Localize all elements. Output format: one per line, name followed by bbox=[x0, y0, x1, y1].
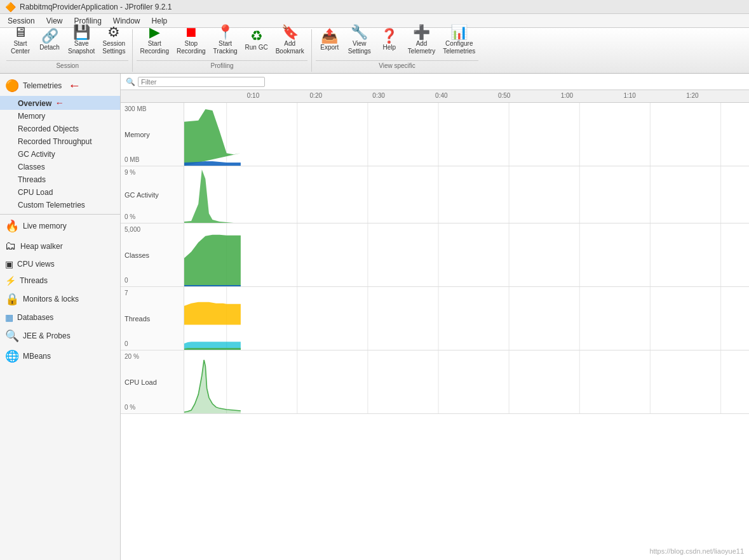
toolbar-group-session-label: Session bbox=[6, 60, 128, 69]
svg-marker-18 bbox=[184, 170, 241, 223]
threads-max-val: 7 bbox=[125, 290, 128, 297]
start-tracking-icon: 📍 bbox=[217, 25, 234, 39]
btn-stop-recording-label: StopRecording bbox=[177, 40, 206, 55]
help-icon: ❓ bbox=[381, 29, 398, 43]
sidebar-divider-1 bbox=[0, 214, 120, 215]
sidebar-item-live-memory[interactable]: 🔥 Live memory bbox=[0, 216, 120, 236]
btn-start-center-label: StartCenter bbox=[11, 40, 30, 55]
sidebar-item-jee-probes[interactable]: 🔍 JEE & Probes bbox=[0, 326, 120, 346]
classes-max-val: 5,000 bbox=[125, 226, 140, 233]
chart-label-memory: 300 MB Memory 0 MB bbox=[121, 103, 184, 166]
toolbar: 🖥 StartCenter 🔗 Detach 💾 SaveSnapshot ⚙ … bbox=[0, 28, 749, 74]
svg-marker-8 bbox=[184, 109, 241, 166]
live-memory-icon: 🔥 bbox=[5, 219, 19, 233]
chart-row-cpu: 20 % CPU Load 0 % bbox=[121, 350, 749, 414]
sidebar-jee-probes-label: JEE & Probes bbox=[23, 331, 71, 340]
toolbar-group-profiling: ▶ StartRecording ⏹ StopRecording 📍 Start… bbox=[133, 29, 311, 72]
sidebar-sub-item-overview[interactable]: Overview ← bbox=[0, 96, 120, 110]
btn-session-settings-label: SessionSettings bbox=[102, 40, 125, 55]
svg-marker-48 bbox=[184, 360, 241, 413]
sidebar-item-heap-walker[interactable]: 🗂 Heap walker bbox=[0, 236, 120, 256]
databases-icon: ▦ bbox=[5, 312, 13, 323]
btn-configure-telemetries-label: ConfigureTelemetries bbox=[443, 40, 475, 55]
classes-min-val: 0 bbox=[125, 277, 128, 284]
btn-start-center[interactable]: 🖥 StartCenter bbox=[6, 23, 34, 58]
sidebar-sub-item-custom-telemetries[interactable]: Custom Telemetries bbox=[0, 199, 120, 211]
btn-run-gc-label: Run GC bbox=[245, 44, 268, 51]
chart-label-threads: 7 Threads 0 bbox=[121, 287, 184, 350]
chart-area-classes bbox=[184, 223, 749, 286]
sidebar-item-telemetries[interactable]: 🟠 Telemetries ← bbox=[0, 75, 120, 96]
sidebar-sub-overview-label: Overview bbox=[18, 99, 51, 108]
btn-save-snapshot[interactable]: 💾 SaveSnapshot bbox=[65, 23, 98, 58]
chart-row-gc: 9 % GC Activity 0 % bbox=[121, 166, 749, 223]
btn-stop-recording[interactable]: ⏹ StopRecording bbox=[173, 23, 209, 58]
title-bar: 🔶 RabbitmqProviderApplication - JProfile… bbox=[0, 0, 749, 14]
btn-detach[interactable]: 🔗 Detach bbox=[36, 27, 64, 54]
sidebar-sub-gc-activity-label: GC Activity bbox=[18, 150, 55, 159]
chart-label-gc: 9 % GC Activity 0 % bbox=[121, 166, 184, 223]
chart-area-threads bbox=[184, 287, 749, 350]
chart-area-gc bbox=[184, 166, 749, 223]
sidebar-item-databases[interactable]: ▦ Databases bbox=[0, 309, 120, 326]
chart-row-memory: 300 MB Memory 0 MB bbox=[121, 103, 749, 166]
gc-max-val: 9 % bbox=[125, 169, 135, 176]
btn-save-snapshot-label: SaveSnapshot bbox=[68, 40, 95, 55]
time-mark-7: 1:20 bbox=[686, 92, 698, 99]
sidebar-live-memory-label: Live memory bbox=[23, 222, 67, 230]
btn-detach-label: Detach bbox=[39, 44, 60, 51]
filter-input[interactable] bbox=[138, 77, 265, 87]
sidebar-databases-label: Databases bbox=[17, 313, 53, 322]
btn-configure-telemetries[interactable]: 📊 ConfigureTelemetries bbox=[440, 23, 478, 58]
chart-area-cpu bbox=[184, 350, 749, 413]
sidebar-sub-item-gc-activity[interactable]: GC Activity bbox=[0, 148, 120, 161]
btn-start-tracking[interactable]: 📍 StartTracking bbox=[210, 23, 241, 58]
main-container: 🟠 Telemetries ← Overview ← Memory Record… bbox=[0, 74, 749, 560]
view-settings-icon: 🔧 bbox=[351, 25, 368, 39]
sidebar-sub-item-classes[interactable]: Classes bbox=[0, 161, 120, 173]
chart-row-threads: 7 Threads 0 bbox=[121, 287, 749, 350]
sidebar-item-threads[interactable]: ⚡ Threads bbox=[0, 272, 120, 289]
svg-marker-39 bbox=[184, 348, 241, 350]
export-icon: 📤 bbox=[321, 29, 338, 43]
toolbar-group-view-label: View specific bbox=[316, 60, 479, 69]
sidebar-sub-item-cpu-load[interactable]: CPU Load bbox=[0, 186, 120, 199]
heap-walker-icon: 🗂 bbox=[5, 239, 17, 253]
threads-label-name: Threads bbox=[125, 315, 180, 323]
cpu-max-val: 20 % bbox=[125, 353, 139, 360]
btn-help[interactable]: ❓ Help bbox=[375, 27, 403, 54]
btn-export[interactable]: 📤 Export bbox=[316, 27, 344, 54]
filter-search-icon: 🔍 bbox=[126, 77, 135, 86]
telemetries-icon: 🟠 bbox=[5, 79, 19, 93]
time-mark-2: 0:30 bbox=[372, 92, 384, 99]
sidebar-sub-classes-label: Classes bbox=[18, 163, 45, 171]
sidebar-item-cpu-views[interactable]: ▣ CPU views bbox=[0, 256, 120, 272]
btn-start-recording[interactable]: ▶ StartRecording bbox=[137, 23, 172, 58]
detach-icon: 🔗 bbox=[41, 29, 58, 43]
sidebar-item-mbeans[interactable]: 🌐 MBeans bbox=[0, 346, 120, 366]
sidebar-cpu-views-label: CPU views bbox=[17, 260, 55, 269]
chart-label-cpu: 20 % CPU Load 0 % bbox=[121, 350, 184, 413]
sidebar-threads-label: Threads bbox=[20, 276, 48, 285]
svg-marker-28 bbox=[184, 285, 241, 286]
sidebar-sub-item-recorded-throughput[interactable]: Recorded Throughput bbox=[0, 135, 120, 148]
cpu-min-val: 0 % bbox=[125, 404, 135, 411]
sidebar-sub-item-memory[interactable]: Memory bbox=[0, 110, 120, 123]
btn-add-telemetry[interactable]: ➕ AddTelemetry bbox=[405, 23, 438, 58]
btn-add-bookmark-label: AddBookmark bbox=[276, 40, 304, 55]
sidebar-item-telemetries-label: Telemetries bbox=[23, 81, 62, 90]
sidebar-section-telemetries: 🟠 Telemetries ← Overview ← Memory Record… bbox=[0, 74, 120, 213]
chart-area-memory bbox=[184, 103, 749, 166]
btn-add-bookmark[interactable]: 🔖 AddBookmark bbox=[273, 23, 307, 58]
btn-view-settings[interactable]: 🔧 ViewSettings bbox=[345, 23, 374, 58]
gc-min-val: 0 % bbox=[125, 213, 135, 220]
cpu-views-icon: ▣ bbox=[5, 259, 13, 269]
btn-run-gc[interactable]: ♻ Run GC bbox=[242, 27, 271, 54]
app-icon: 🔶 bbox=[5, 2, 16, 12]
sidebar-sub-item-recorded-objects[interactable]: Recorded Objects bbox=[0, 123, 120, 135]
sidebar-sub-item-threads[interactable]: Threads bbox=[0, 173, 120, 186]
sidebar-item-monitors-locks[interactable]: 🔒 Monitors & locks bbox=[0, 289, 120, 309]
timeline-time-marks: 0:100:200:300:400:501:001:101:20 bbox=[184, 90, 749, 103]
btn-session-settings[interactable]: ⚙ SessionSettings bbox=[99, 23, 128, 58]
sidebar-sub-recorded-objects-label: Recorded Objects bbox=[18, 124, 79, 133]
